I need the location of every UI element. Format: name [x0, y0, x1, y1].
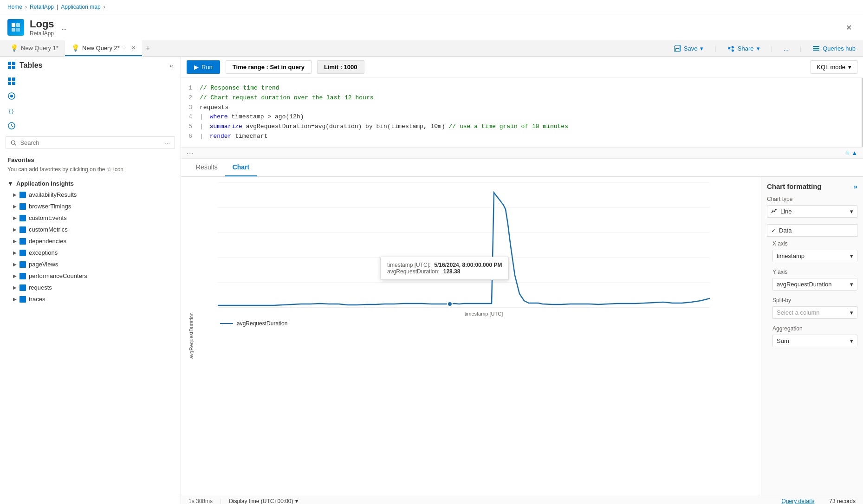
svg-text:{}: {}	[8, 108, 14, 115]
collapse-editor-icon[interactable]: ▲	[851, 149, 857, 156]
svg-rect-2	[12, 28, 15, 32]
table-icon	[19, 215, 26, 221]
app-more-button[interactable]: ...	[62, 24, 67, 31]
code-line-6: 6 | render timechart	[181, 132, 863, 142]
aggregation-section: Aggregation Sum ▾	[767, 325, 857, 347]
search-icon	[11, 140, 16, 146]
table-customEvents[interactable]: ▶ customEvents	[0, 212, 181, 224]
chart-panel-title: Chart formatting »	[767, 182, 857, 190]
code-line-3: 3 requests	[181, 103, 863, 113]
close-button[interactable]: ✕	[842, 21, 856, 34]
chart-type-section: Chart type Line ▾	[767, 196, 857, 218]
table-availabilityResults[interactable]: ▶ availabilityResults	[0, 189, 181, 200]
table-dependencies[interactable]: ▶ dependencies	[0, 235, 181, 247]
sidebar-title: Tables	[19, 61, 43, 70]
time-range-button[interactable]: Time range : Set in query	[226, 60, 311, 74]
svg-rect-6	[813, 50, 819, 51]
svg-rect-14	[12, 82, 15, 85]
search-more-button[interactable]: ···	[165, 139, 170, 146]
breadcrumb-page[interactable]: Application map	[61, 4, 100, 10]
code-editor[interactable]: 1 // Response time trend 2 // Chart requ…	[181, 78, 863, 148]
queries-hub-button[interactable]: Queries hub	[809, 43, 859, 54]
tab-new-query-1[interactable]: 💡 New Query 1*	[4, 40, 65, 56]
y-axis-label: Y axis	[772, 269, 857, 275]
svg-rect-5	[813, 48, 819, 49]
save-button[interactable]: Save ▾	[670, 43, 707, 54]
toolbar-more-button[interactable]: ...	[780, 43, 792, 54]
tab-close-button[interactable]: ✕	[131, 45, 136, 51]
svg-rect-12	[12, 78, 15, 81]
aggregation-select[interactable]: Sum ▾	[772, 335, 857, 347]
favorites-desc: You can add favorites by clicking on the…	[7, 166, 173, 173]
chart-container: avgRequestDuration	[181, 177, 863, 495]
divider-bar: ··· ≡ ▲	[181, 148, 863, 159]
run-button[interactable]: ▶ Run	[187, 60, 220, 74]
table-exceptions[interactable]: ▶ exceptions	[0, 247, 181, 258]
split-by-select[interactable]: Select a column ▾	[772, 306, 857, 319]
svg-rect-8	[12, 62, 15, 65]
data-section-header[interactable]: ✓ Data	[767, 224, 857, 237]
table-icon	[19, 238, 26, 245]
favorites-title: Favorites	[7, 156, 173, 163]
split-by-label: Split-by	[772, 297, 857, 304]
sidebar-nav-function[interactable]: {}	[4, 104, 177, 118]
table-performanceCounters[interactable]: ▶ performanceCounters	[0, 270, 181, 282]
align-icon[interactable]: ≡	[846, 149, 850, 156]
table-icon	[19, 273, 26, 279]
x-axis-label: X axis	[772, 240, 857, 247]
svg-rect-13	[8, 82, 11, 85]
tab-bar: 💡 New Query 1* 💡 New Query 2* ··· ✕ + Sa…	[0, 40, 863, 57]
breadcrumb-app[interactable]: RetailApp	[30, 4, 54, 10]
chart-tab[interactable]: Chart	[225, 159, 257, 176]
svg-rect-3	[16, 28, 20, 32]
sidebar-nav-filter[interactable]	[4, 89, 177, 103]
x-axis-select[interactable]: timestamp ▾	[772, 250, 857, 262]
split-by-section: Split-by Select a column ▾	[767, 297, 857, 319]
table-browserTimings[interactable]: ▶ browserTimings	[0, 200, 181, 212]
chart-tooltip: timestamp [UTC]: 5/16/2024, 8:00:00.000 …	[380, 257, 509, 280]
tab-new-query-2[interactable]: 💡 New Query 2* ··· ✕	[65, 40, 142, 56]
table-icon	[19, 261, 26, 268]
results-tabs: Results Chart	[181, 159, 863, 177]
tab-more-button[interactable]: ···	[123, 45, 127, 51]
favorites-section: Favorites You can add favorites by click…	[0, 153, 181, 176]
svg-point-16	[10, 95, 13, 97]
app-header: Logs RetailApp ... ✕	[0, 14, 863, 40]
code-line-5: 5 | summarize avgRequestDuration=avg(dur…	[181, 122, 863, 132]
legend-line-icon	[220, 323, 233, 324]
svg-rect-11	[8, 78, 11, 81]
sidebar-nav-history[interactable]	[4, 119, 177, 133]
table-icon	[19, 296, 26, 303]
table-customMetrics[interactable]: ▶ customMetrics	[0, 224, 181, 235]
section-application-insights[interactable]: ▼ Application Insights	[0, 176, 181, 189]
chart-svg: 10,000 7,500 5,000 2,500 0 6:00 PM	[218, 182, 710, 308]
code-line-1: 1 // Response time trend	[181, 84, 863, 93]
kql-mode-button[interactable]: KQL mode ▾	[811, 60, 857, 74]
share-button[interactable]: Share ▾	[724, 43, 764, 54]
chart-type-select[interactable]: Line ▾	[767, 205, 857, 218]
svg-rect-10	[12, 66, 15, 69]
sidebar-nav-tables[interactable]	[4, 74, 177, 88]
panel-collapse-button[interactable]: »	[854, 182, 857, 190]
breadcrumb-home[interactable]: Home	[7, 4, 22, 10]
y-axis-select[interactable]: avgRequestDuration ▾	[772, 278, 857, 291]
limit-button[interactable]: Limit : 1000	[317, 60, 364, 74]
app-logo-icon	[7, 19, 24, 36]
table-requests[interactable]: ▶ requests	[0, 282, 181, 293]
display-time-button[interactable]: Display time (UTC+00:00) ▾	[229, 498, 298, 504]
add-tab-button[interactable]: +	[142, 42, 154, 54]
search-input[interactable]	[20, 139, 161, 146]
results-tab[interactable]: Results	[188, 159, 225, 176]
table-icon	[19, 284, 26, 291]
aggregation-label: Aggregation	[772, 325, 857, 332]
breadcrumb: Home › RetailApp | Application map ›	[0, 0, 863, 14]
tab-icon-2: 💡	[71, 44, 79, 52]
results-section: Results Chart avgRequestDuration	[181, 159, 863, 504]
table-pageViews[interactable]: ▶ pageViews	[0, 258, 181, 270]
svg-line-20	[14, 144, 16, 145]
svg-rect-0	[12, 23, 15, 27]
sidebar-collapse-button[interactable]: «	[170, 62, 173, 69]
y-axis-label: avgRequestDuration	[188, 312, 194, 359]
query-details-link[interactable]: Query details	[782, 498, 815, 504]
table-traces[interactable]: ▶ traces	[0, 293, 181, 305]
